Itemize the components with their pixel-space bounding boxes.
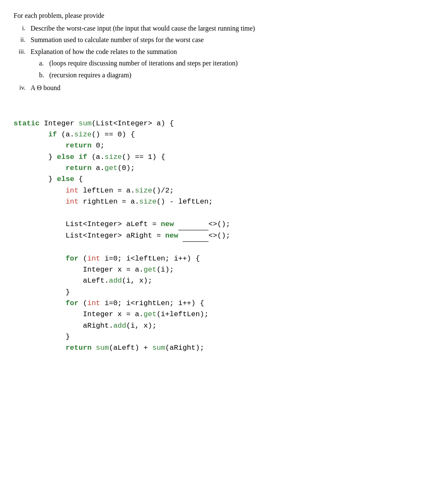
code-line-16: } <box>14 288 70 296</box>
intro-text: For each problem, please provide <box>14 10 414 21</box>
code-line-2: if (a.size() == 0) { <box>14 130 135 139</box>
code-line-3: return 0; <box>14 142 104 150</box>
numeral-iv: iv. <box>14 82 31 93</box>
code-section: static Integer sum(List<Integer> a) { if… <box>14 107 414 354</box>
numeral-iii: iii. <box>14 46 31 57</box>
code-line-13: for (int i=0; i<leftLen; i++) { <box>14 255 200 263</box>
code-line-21: return sum(aLeft) + sum(aRight); <box>14 344 204 352</box>
code-line-11: List<Integer> aRight = new <>(); <box>14 232 230 240</box>
item-iii-text: Explanation of how the code relates to t… <box>31 48 177 55</box>
code-line-18: Integer x = a.get(i+leftLen); <box>14 310 208 318</box>
code-line-7: int leftLen = a.size()/2; <box>14 187 174 195</box>
sub-item-a: a. (loops require discussing number of i… <box>39 58 414 69</box>
code-line-10: List<Integer> aLeft = new <>(); <box>14 220 230 228</box>
item-iv-text: A Θ bound <box>31 82 414 93</box>
code-line-17: for (int i=0; i<rightLen; i++) { <box>14 299 204 307</box>
sub-text-b: (recursion requires a diagram) <box>49 70 131 81</box>
code-line-19: aRight.add(i, x); <box>14 322 157 330</box>
item-iii-content: Explanation of how the code relates to t… <box>31 46 414 82</box>
requirements-list: i. Describe the worst-case input (the in… <box>14 23 414 93</box>
sub-text-a: (loops require discussing number of iter… <box>49 58 238 69</box>
code-line-8: int rightLen = a.size() - leftLen; <box>14 198 213 206</box>
code-line-14: Integer x = a.get(i); <box>14 266 174 274</box>
code-line-1: static Integer sum(List<Integer> a) { <box>14 119 174 127</box>
code-line-5: return a.get(0); <box>14 164 135 172</box>
list-item-iv: iv. A Θ bound <box>14 82 414 93</box>
code-line-4: } else if (a.size() == 1) { <box>14 153 165 161</box>
list-item-iii: iii. Explanation of how the code relates… <box>14 46 414 82</box>
numeral-i: i. <box>14 23 31 33</box>
list-item-ii: ii. Summation used to calculate number o… <box>14 34 414 45</box>
sub-label-a: a. <box>39 58 49 69</box>
sub-item-b: b. (recursion requires a diagram) <box>39 70 414 81</box>
item-i-text: Describe the worst-case input (the input… <box>31 23 414 34</box>
numeral-ii: ii. <box>14 34 31 45</box>
sub-list-iii: a. (loops require discussing number of i… <box>31 58 414 80</box>
item-ii-text: Summation used to calculate number of st… <box>31 34 414 45</box>
list-item-i: i. Describe the worst-case input (the in… <box>14 23 414 34</box>
code-line-6: } else { <box>14 175 83 183</box>
code-line-15: aLeft.add(i, x); <box>14 277 152 285</box>
sub-label-b: b. <box>39 70 49 81</box>
code-line-20: } <box>14 333 70 341</box>
instructions-section: For each problem, please provide i. Desc… <box>14 10 414 93</box>
